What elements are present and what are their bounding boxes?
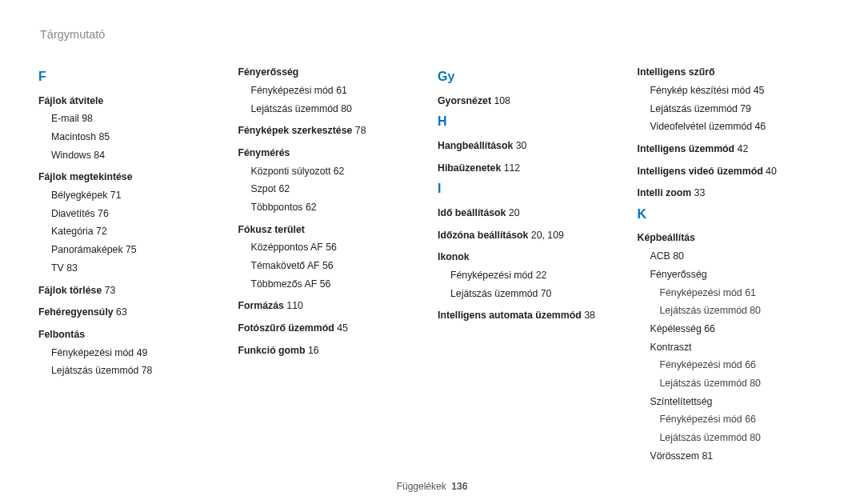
page-ref: 40	[766, 166, 777, 177]
page-ref: 84	[94, 150, 105, 161]
column-4: Intelligens szűrőFénykép készítési mód 4…	[638, 65, 826, 476]
index-subentry: Fénykép készítési mód 45	[650, 83, 826, 99]
page-ref: 98	[82, 113, 93, 124]
page-ref: 81	[702, 450, 713, 462]
index-letter: I	[438, 178, 626, 199]
page-ref: 80	[750, 305, 761, 316]
page-ref: 71	[110, 190, 122, 201]
page-ref: 112	[504, 162, 521, 174]
index-page: Tárgymutató FFájlok átviteleE-mail 98Mac…	[0, 0, 864, 504]
page-ref: 66	[745, 414, 756, 425]
index-subentry: Bélyegképek 71	[51, 188, 227, 204]
page-ref: 33	[694, 187, 706, 198]
index-entry-head: Fotószűrő üzemmód 45	[238, 321, 427, 337]
page-ref: 56	[326, 242, 337, 253]
page-ref: 61	[336, 85, 347, 96]
page-ref: 78	[142, 365, 153, 376]
index-entry-head: Fényképek szerkesztése 78	[238, 123, 427, 139]
index-entry-head: Fájlok megtekintése	[38, 170, 227, 186]
page-ref: 72	[96, 226, 107, 237]
page-ref: 38	[584, 310, 595, 321]
column-3: GyGyorsnézet 108HHangbeállítások 30Hibaü…	[438, 65, 626, 476]
page-ref: 62	[278, 183, 290, 194]
index-sub2entry: Lejátszás üzemmód 80	[660, 430, 826, 446]
index-subentry: Lejátszás üzemmód 70	[450, 286, 626, 302]
page-ref: 42	[738, 143, 749, 154]
page-ref: 73	[105, 285, 116, 296]
index-subentry: Lejátszás üzemmód 80	[251, 102, 427, 118]
index-subentry: Témakövető AF 56	[251, 258, 427, 274]
page-ref: 110	[286, 300, 303, 311]
page-ref: 80	[673, 250, 684, 262]
index-subentry: Kategória 72	[51, 224, 227, 240]
page-ref: 63	[116, 306, 127, 318]
index-letter: K	[638, 204, 826, 225]
page-ref: 78	[355, 125, 366, 136]
index-subentry: Központi súlyozott 62	[251, 164, 427, 180]
footer-label: Függelékek	[397, 481, 446, 492]
index-subentry: Videofelvétel üzemmód 46	[650, 119, 826, 135]
index-subentry: Diavetítés 76	[51, 206, 227, 222]
index-entry-head: Funkció gomb 16	[238, 343, 427, 359]
page-ref: 45	[337, 322, 348, 334]
index-subentry: Szpot 62	[251, 182, 427, 198]
index-entry-head: Fénymérés	[238, 146, 427, 162]
page-ref: 76	[98, 208, 109, 219]
index-letter: H	[438, 111, 626, 132]
page-ref: 61	[745, 287, 756, 298]
index-subentry: Macintosh 85	[51, 130, 227, 146]
index-subentry-head: Fényerősség	[650, 267, 826, 283]
index-entry-head: Formázás 110	[238, 298, 427, 314]
page-ref: 70	[541, 288, 552, 299]
index-subentry: E-mail 98	[51, 111, 227, 127]
index-entry-head: Gyorsnézet 108	[438, 94, 626, 110]
page-ref: 83	[66, 262, 78, 274]
index-entry-head: Képbeállítás	[638, 230, 826, 246]
index-subentry: Panorámaképek 75	[51, 242, 227, 258]
page-ref: 75	[126, 244, 137, 255]
index-subentry: Képélesség 66	[650, 322, 826, 338]
page-ref: 66	[704, 323, 715, 334]
index-subentry: Vörösszem 81	[650, 449, 826, 465]
index-entry-head: Fájlok törlése 73	[38, 283, 227, 299]
page-ref: 45	[754, 85, 765, 96]
index-sub2entry: Lejátszás üzemmód 80	[660, 303, 826, 319]
index-entry-head: Intelligens automata üzemmód 38	[438, 308, 626, 324]
index-subentry-head: Színtelítettség	[650, 394, 826, 410]
page-ref: 46	[755, 121, 766, 132]
page-ref: 49	[137, 347, 148, 358]
index-entry-head: Intelligens üzemmód 42	[638, 142, 826, 158]
page-footer: Függelékek 136	[38, 476, 826, 494]
column-2: FényerősségFényképezési mód 61Lejátszás …	[238, 65, 427, 476]
page-ref: 85	[98, 131, 110, 142]
page-ref: 79	[740, 103, 751, 114]
page-ref: 62	[334, 166, 345, 177]
index-sub2entry: Lejátszás üzemmód 80	[660, 376, 826, 392]
index-letter: F	[38, 66, 227, 87]
index-entry-head: Intelli zoom 33	[638, 186, 826, 202]
index-entry-head: Fókusz terület	[238, 222, 427, 238]
page-ref: 80	[750, 432, 761, 443]
index-subentry: Fényképezési mód 22	[450, 268, 626, 284]
index-subentry: Lejátszás üzemmód 79	[650, 102, 826, 118]
page-ref: 30	[516, 140, 527, 151]
index-subentry: Lejátszás üzemmód 78	[51, 363, 227, 379]
page-ref: 66	[745, 359, 756, 370]
index-entry-head: Fényerősség	[238, 65, 427, 81]
index-sub2entry: Fényképezési mód 66	[660, 412, 826, 428]
page-ref: 20, 109	[531, 230, 564, 241]
index-entry-head: Fehéregyensúly 63	[38, 305, 227, 321]
page-ref: 80	[750, 378, 761, 389]
index-entry-head: Intelligens szűrő	[638, 65, 826, 81]
index-subentry: Fényképezési mód 49	[51, 346, 227, 362]
index-subentry: Windows 84	[51, 148, 227, 164]
page-ref: 16	[308, 345, 319, 356]
page-ref: 80	[341, 103, 352, 114]
footer-page-number: 136	[451, 481, 467, 492]
index-subentry: Többpontos 62	[251, 200, 427, 216]
page-ref: 56	[322, 260, 334, 271]
index-entry-head: Ikonok	[438, 250, 626, 266]
index-entry-head: Intelligens videó üzemmód 40	[638, 164, 826, 180]
index-entry-head: Fájlok átvitele	[38, 94, 227, 110]
index-entry-head: Felbontás	[38, 327, 227, 343]
